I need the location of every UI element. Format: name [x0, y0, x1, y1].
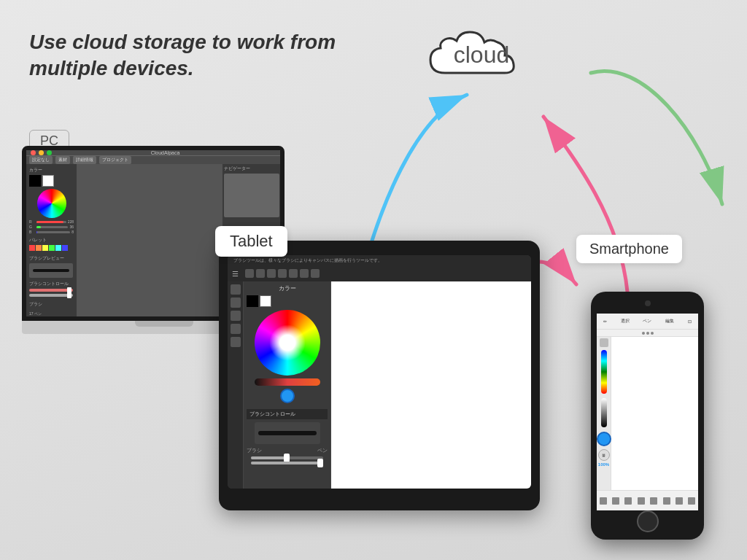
headline-line2: multiple devices. [29, 55, 336, 82]
palette-color-2[interactable] [36, 245, 42, 251]
sp-bottom-icon-2[interactable] [612, 497, 619, 505]
tablet-left-bar [228, 281, 244, 489]
sp-dots-row [597, 330, 698, 337]
sp-bottom-icon-6[interactable] [663, 497, 670, 505]
tl-green[interactable] [47, 150, 52, 155]
tablet-canvas[interactable] [331, 281, 531, 489]
palette-color-6[interactable] [62, 245, 68, 251]
color-wheel[interactable] [37, 189, 66, 218]
screen-title: CloudAlpaca [55, 150, 276, 155]
tablet-main: カラー ブラシコントロール ブラシ ペン [228, 281, 531, 489]
sp-dot-2 [646, 332, 649, 335]
sp-value-slider[interactable] [601, 398, 607, 427]
screen-canvas[interactable] [77, 164, 222, 321]
sp-pen-btn[interactable]: ペン [640, 317, 654, 325]
sp-left-bar: 불 100% [597, 337, 611, 490]
palette-label: パレット [29, 237, 74, 244]
toolbar-btn-1[interactable]: 設定なし [29, 156, 53, 164]
sp-bottom-icon-4[interactable] [638, 497, 645, 505]
brush-size-track[interactable] [247, 456, 328, 459]
color-white-swatch[interactable] [42, 175, 54, 187]
brush-list-label: ブラシ [29, 301, 74, 308]
brush-item-1[interactable]: 17 ペン [29, 311, 74, 316]
brush-control-panel: ブラシコントロール ブラシ ペン [247, 409, 328, 464]
sp-pencil-btn[interactable]: ✏ [601, 318, 609, 324]
brush-preview-area [29, 263, 73, 278]
toolbar-btn-2[interactable]: 素材 [55, 156, 70, 164]
tab-tool-4[interactable] [231, 324, 241, 334]
hamburger-icon[interactable]: ☰ [232, 270, 239, 278]
brush-opacity-track[interactable] [247, 462, 328, 464]
palette-color-1[interactable] [29, 245, 35, 251]
tab-tool-3[interactable] [231, 311, 241, 321]
toolbar-btn-4[interactable]: プロジェクト [99, 156, 131, 164]
screen-toolbar: 設定なし 素材 詳細情報 プロジェクト [26, 155, 280, 164]
layer-icon[interactable] [300, 269, 309, 278]
palette-color-5[interactable] [55, 245, 61, 251]
b-slider-row: B 8 [29, 230, 74, 234]
sp-select-btn[interactable]: 選択 [619, 317, 632, 325]
smartphone-camera [645, 300, 651, 306]
cloud-label: cloud [454, 42, 510, 69]
sp-expand-btn[interactable]: ⊡ [686, 318, 694, 324]
brush-item-2[interactable]: 10 鉛筆 [29, 316, 74, 321]
eraser-tool-icon[interactable] [256, 269, 265, 278]
smartphone-inner: ✏ 選択 ペン 編集 ⊡ 불 100% [597, 314, 698, 510]
tablet-toolbar: ☰ [228, 265, 531, 281]
screen-titlebar: CloudAlpaca [26, 150, 280, 155]
brush-size-slider[interactable] [29, 289, 74, 292]
tablet-swatch-black[interactable] [247, 295, 258, 307]
palette-color-4[interactable] [49, 245, 55, 251]
brush-opacity-slider[interactable] [29, 294, 74, 297]
brush-tool-icon[interactable] [245, 269, 254, 278]
sp-bottom-icon-1[interactable] [600, 497, 607, 505]
sp-dot-3 [651, 332, 654, 335]
brush-control-label: ブラシコントロール [29, 281, 74, 287]
g-label: G [29, 225, 35, 229]
navigator-preview[interactable] [224, 174, 279, 217]
tablet-color-panel-header: カラー [247, 284, 328, 292]
g-slider-track[interactable] [36, 226, 68, 228]
tablet-panels: カラー ブラシコントロール ブラシ ペン [244, 281, 331, 489]
brush-list: 17 ペン 10 鉛筆 50 エアブラシ 100 エアブラシ 80 ぼかし 80… [29, 311, 74, 321]
b-value: 8 [71, 230, 74, 234]
sp-edit-btn[interactable]: 編集 [663, 317, 676, 325]
tablet-color-wheel[interactable] [255, 310, 320, 376]
text-tool-icon[interactable] [311, 269, 320, 278]
sp-color-slider[interactable] [601, 350, 607, 394]
tablet-label: Tablet [215, 226, 287, 257]
tablet-screen: ブラシツールは、様々なブラシによりキャンバスに描画を行うツールです。 ☰ カラー [228, 255, 531, 489]
tab-tool-2[interactable] [231, 298, 241, 308]
sp-dot-1 [642, 332, 645, 335]
b-slider-track[interactable] [36, 231, 70, 233]
sp-bottom-icon-3[interactable] [624, 497, 632, 505]
r-slider-row: R 228 [29, 219, 74, 224]
select-tool-icon[interactable] [278, 269, 287, 278]
tablet-brush-preview [255, 422, 320, 444]
color-wheel-inner [269, 324, 306, 361]
tl-red[interactable] [31, 150, 36, 155]
color-picker-dot[interactable] [280, 389, 295, 403]
palette-color-3[interactable] [42, 245, 48, 251]
tab-tool-5[interactable] [231, 337, 241, 347]
tl-yellow[interactable] [39, 150, 44, 155]
sp-opacity-circle[interactable]: 불 [598, 449, 610, 461]
sp-color-dot[interactable] [597, 432, 611, 446]
cloud-shape: cloud [423, 22, 540, 88]
sp-tool-1[interactable] [600, 338, 608, 347]
r-slider-track[interactable] [36, 221, 66, 223]
sp-canvas[interactable] [611, 337, 698, 490]
sp-bottom-icon-8[interactable] [688, 497, 695, 505]
fill-tool-icon[interactable] [267, 269, 276, 278]
color-black-swatch[interactable] [29, 175, 41, 187]
tab-tool-1[interactable] [231, 284, 241, 295]
sp-bottom-icon-7[interactable] [676, 497, 683, 505]
toolbar-btn-3[interactable]: 詳細情報 [73, 156, 96, 164]
hue-slider[interactable] [255, 378, 320, 386]
tablet-brush-stroke [258, 431, 317, 435]
transform-tool-icon[interactable] [289, 269, 298, 278]
smartphone-home-btn[interactable] [637, 510, 659, 532]
sp-bottom-icon-5[interactable] [650, 497, 657, 505]
brush-label: ブラシ [247, 447, 262, 454]
tablet-swatch-white[interactable] [260, 295, 271, 307]
